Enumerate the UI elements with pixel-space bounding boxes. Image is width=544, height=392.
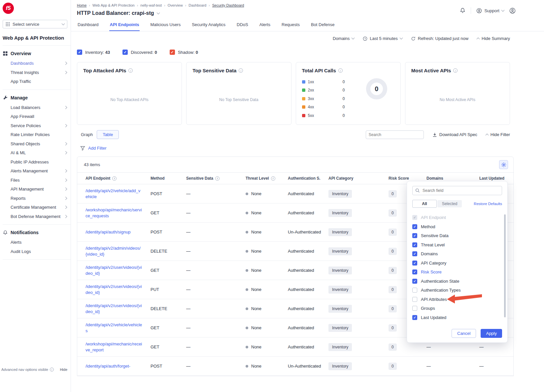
tab-requests[interactable]: Requests bbox=[281, 19, 300, 31]
tab-ddos[interactable]: DDoS bbox=[236, 19, 249, 31]
service-selector[interactable]: Select service bbox=[3, 20, 67, 28]
tab-bot-defense[interactable]: Bot Defense bbox=[310, 19, 335, 31]
inventory-filter-shadow[interactable]: ✓Shadow: 0 bbox=[170, 50, 198, 55]
sidebar-item-certificate-management[interactable]: Certificate Management bbox=[3, 203, 71, 212]
sidebar-item-api-management[interactable]: API Management bbox=[3, 185, 71, 194]
checkbox-icon[interactable]: ✓ bbox=[77, 50, 82, 55]
add-filter-button[interactable]: Add Filter bbox=[77, 146, 117, 151]
column-option-authentication-state[interactable]: ✓Authentication State bbox=[412, 277, 502, 286]
column-option-method[interactable]: ✓Method bbox=[412, 222, 502, 232]
breadcrumb-item-dashboard[interactable]: Dashboard bbox=[188, 3, 206, 7]
hide-filter-button[interactable]: Hide Filter bbox=[486, 132, 510, 137]
table-row[interactable]: /identity/api/auth/forget-POST—NoneUn-Au… bbox=[77, 357, 514, 376]
hide-summary-button[interactable]: Hide Summary bbox=[477, 36, 510, 41]
column-option-threat-level[interactable]: ✓Threat Level bbox=[412, 240, 502, 250]
checkbox-icon[interactable]: ✓ bbox=[412, 269, 417, 274]
sidebar-item-public-ip-addresses[interactable]: Public IP Addresses bbox=[3, 158, 71, 167]
checkbox-icon[interactable]: ✓ bbox=[170, 50, 175, 55]
endpoint-link[interactable]: /identity/api/auth/forget- bbox=[85, 363, 142, 369]
column-option-last-updated[interactable]: ✓Last Updated bbox=[412, 313, 502, 322]
chevron-down-icon[interactable] bbox=[156, 11, 160, 14]
info-icon[interactable]: i bbox=[453, 68, 458, 73]
checkbox-icon[interactable] bbox=[412, 288, 417, 293]
info-icon[interactable]: i bbox=[338, 68, 343, 73]
apply-button[interactable]: Apply bbox=[481, 329, 502, 338]
sidebar-item-shared-objects[interactable]: Shared Objects bbox=[3, 139, 71, 149]
column-settings-gear-button[interactable] bbox=[499, 160, 508, 169]
support-menu[interactable]: Support bbox=[476, 8, 504, 14]
endpoint-link[interactable]: /workshop/api/mechanic/service_requests bbox=[85, 207, 142, 219]
endpoint-link[interactable]: /identity/api/v2/vehicle/add_vehicle bbox=[85, 188, 142, 199]
segment-selected[interactable]: Selected bbox=[437, 200, 462, 207]
endpoint-link[interactable]: /workshop/api/mechanic/receive_report bbox=[85, 341, 142, 353]
endpoint-link[interactable]: /identity/api/v2/admin/videos/{video_id} bbox=[85, 245, 142, 257]
sidebar-item-alerts-management[interactable]: Alerts Management bbox=[3, 166, 71, 176]
info-icon[interactable]: i bbox=[239, 68, 243, 73]
column-option-groups[interactable]: Groups bbox=[412, 304, 502, 313]
table-view-toggle[interactable]: Table bbox=[97, 130, 119, 139]
breadcrumb-item-security-dashboard[interactable]: Security Dashboard bbox=[212, 3, 244, 7]
column-option-api-attributes[interactable]: API Attributes bbox=[412, 295, 502, 304]
graph-view-toggle[interactable]: Graph bbox=[77, 130, 97, 139]
tab-malicious-users[interactable]: Malicious Users bbox=[150, 19, 181, 31]
checkbox-icon[interactable]: ✓ bbox=[412, 233, 417, 238]
column-option-api-category[interactable]: ✓API Category bbox=[412, 259, 502, 268]
inventory-filter-discovered[interactable]: ✓Discovered: 0 bbox=[122, 50, 157, 55]
endpoint-link[interactable]: /identity/api/auth/signup bbox=[85, 229, 142, 235]
checkbox-icon[interactable] bbox=[412, 306, 417, 311]
tab-dashboard[interactable]: Dashboard bbox=[77, 19, 99, 31]
hide-advanced-nav-link[interactable]: Hide bbox=[60, 368, 67, 372]
sidebar-item-load-balancers[interactable]: Load Balancers bbox=[3, 103, 71, 112]
sidebar-item-dashboards[interactable]: Dashboards bbox=[3, 59, 71, 68]
time-range-dropdown[interactable]: Last 5 minutes bbox=[363, 36, 402, 41]
endpoint-link[interactable]: /identity/api/v2/user/videos/{video_id} bbox=[85, 265, 142, 276]
panel-scrollbar[interactable] bbox=[504, 214, 506, 317]
breadcrumb-item-overview[interactable]: Overview bbox=[168, 3, 183, 7]
notification-bell-icon[interactable] bbox=[460, 8, 465, 14]
account-avatar[interactable] bbox=[509, 8, 516, 14]
checkbox-icon[interactable]: ✓ bbox=[412, 315, 417, 320]
tab-api-endpoints[interactable]: API Endpoints bbox=[109, 19, 140, 31]
restore-defaults-link[interactable]: Restore Defaults bbox=[474, 202, 502, 206]
column-option-authentication-types[interactable]: Authentication Types bbox=[412, 286, 502, 295]
sidebar-item-service-policies[interactable]: Service Policies bbox=[3, 121, 71, 130]
sidebar-item-app-traffic[interactable]: App Traffic bbox=[3, 77, 71, 86]
column-option-sensitive-data[interactable]: ✓Sensitive Data bbox=[412, 231, 502, 240]
checkbox-icon[interactable]: ✓ bbox=[412, 215, 417, 220]
breadcrumb-item-nelly-waf-test[interactable]: nelly-waf-test bbox=[140, 3, 162, 7]
checkbox-icon[interactable]: ✓ bbox=[412, 251, 417, 256]
inventory-filter-inventory[interactable]: ✓Inventory: 43 bbox=[77, 50, 110, 55]
checkbox-icon[interactable]: ✓ bbox=[122, 50, 128, 55]
tab-security-analytics[interactable]: Security Analytics bbox=[191, 19, 226, 31]
sidebar-item-alerts[interactable]: Alerts bbox=[3, 238, 71, 247]
checkbox-icon[interactable]: ✓ bbox=[412, 261, 417, 266]
domains-dropdown[interactable]: Domains bbox=[333, 36, 354, 41]
f5-logo[interactable]: f5 bbox=[3, 3, 14, 14]
endpoint-search-input[interactable] bbox=[366, 130, 424, 139]
endpoint-link[interactable]: /identity/api/v2/user/videos/{video_id} bbox=[85, 284, 142, 295]
sidebar-item-rate-limiter-policies[interactable]: Rate Limiter Policies bbox=[3, 130, 71, 139]
sidebar-item-app-firewall[interactable]: App Firewall bbox=[3, 112, 71, 121]
sidebar-item-audit-logs[interactable]: Audit Logs bbox=[3, 247, 71, 256]
breadcrumb-item-home[interactable]: Home bbox=[77, 3, 86, 7]
sidebar-item-ai-ml[interactable]: AI & ML bbox=[3, 148, 71, 158]
sidebar-item-files[interactable]: Files bbox=[3, 176, 71, 185]
cancel-button[interactable]: Cancel bbox=[452, 329, 476, 338]
breadcrumb-item-web-app-api-protection[interactable]: Web App & API Protection bbox=[92, 3, 135, 7]
endpoint-link[interactable]: /identity/api/v2/vehicle/vehicles bbox=[85, 322, 142, 334]
column-option-domains[interactable]: ✓Domains bbox=[412, 249, 502, 259]
column-search-input[interactable] bbox=[412, 186, 502, 195]
checkbox-icon[interactable] bbox=[412, 297, 417, 302]
info-icon[interactable]: i bbox=[128, 68, 133, 73]
checkbox-icon[interactable]: ✓ bbox=[412, 279, 417, 284]
tab-alerts[interactable]: Alerts bbox=[259, 19, 271, 31]
segment-all[interactable]: All bbox=[412, 200, 437, 208]
checkbox-icon[interactable]: ✓ bbox=[412, 242, 417, 247]
sidebar-item-threat-insights[interactable]: Threat Insights bbox=[3, 68, 71, 77]
sidebar-item-bot-defense-management[interactable]: Bot Defense Management bbox=[3, 212, 71, 221]
checkbox-icon[interactable]: ✓ bbox=[412, 224, 417, 229]
refresh-button[interactable]: Refresh: Updated just now bbox=[411, 36, 468, 41]
column-option-risk-score[interactable]: ✓Risk Score bbox=[412, 267, 502, 277]
endpoint-link[interactable]: /identity/api/v2/user/videos/{video_id} bbox=[85, 303, 142, 314]
sidebar-item-reports[interactable]: Reports bbox=[3, 194, 71, 203]
